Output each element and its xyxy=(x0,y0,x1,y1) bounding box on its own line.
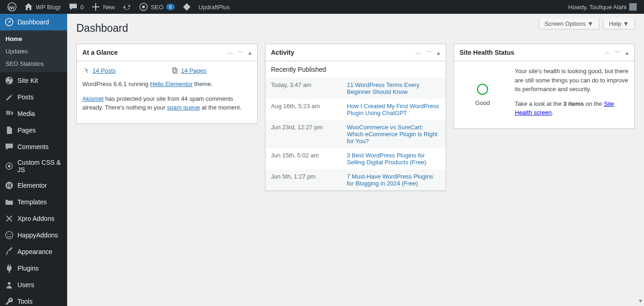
svg-point-4 xyxy=(9,22,10,23)
svg-rect-9 xyxy=(9,184,11,185)
move-down-icon[interactable]: ﹀ xyxy=(426,47,433,58)
health-desc: Your site's health is looking good, but … xyxy=(515,67,629,94)
cache-icon[interactable] xyxy=(119,0,135,14)
menu-pages[interactable]: Pages xyxy=(0,122,67,139)
activity-item: Today, 3:47 am11 WordPress Terms Every B… xyxy=(265,78,446,99)
move-up-icon[interactable]: ︿ xyxy=(415,47,423,58)
move-up-icon[interactable]: ︿ xyxy=(604,47,611,58)
widget-at-a-glance: At a Glance ︿ ﹀ ▴ 14 Posts 14 Pages Word… xyxy=(76,44,258,124)
menu-templates[interactable]: Templates xyxy=(0,194,67,210)
seo-menu[interactable]: SEO6 xyxy=(135,0,178,14)
help-button[interactable]: Help ▼ xyxy=(603,18,635,29)
menu-appearance[interactable]: Appearance xyxy=(0,243,67,260)
comments-bubble[interactable]: 0 xyxy=(65,0,87,14)
howdy-text: Howdy, Toufique Alahi xyxy=(568,4,627,11)
menu-tools[interactable]: Tools xyxy=(0,293,67,306)
pages-count-link[interactable]: 14 Pages xyxy=(181,67,207,74)
svg-point-22 xyxy=(477,84,488,94)
activity-post-link[interactable]: 3 Best WordPress Plugins for Selling Dig… xyxy=(347,152,426,166)
activity-item: Aug 16th, 5:23 amHow I Created My First … xyxy=(265,99,446,120)
akismet-text: Akismet has protected your site from 44 … xyxy=(82,94,252,112)
wp-version-text: WordPress 6.6.1 running Hello Elementor … xyxy=(82,80,252,89)
health-title: Site Health Status xyxy=(454,44,520,61)
health-items-text: Take a look at the 3 items on the Site H… xyxy=(515,99,629,117)
my-account[interactable]: Howdy, Toufique Alahi xyxy=(564,0,640,14)
svg-point-15 xyxy=(8,282,11,285)
toggle-icon[interactable]: ▴ xyxy=(625,47,630,58)
menu-dashboard[interactable]: Dashboard xyxy=(0,14,67,30)
dashboard-submenu: Home Updates SEO Statistics xyxy=(0,30,67,72)
seo-count-badge: 6 xyxy=(166,4,174,10)
move-up-icon[interactable]: ︿ xyxy=(226,47,234,58)
menu-happy[interactable]: HappyAddons xyxy=(0,227,67,243)
activity-post-link[interactable]: 11 WordPress Terms Every Beginner Should… xyxy=(347,81,420,95)
svg-point-13 xyxy=(7,234,8,235)
menu-sitekit[interactable]: Site Kit xyxy=(0,72,67,89)
activity-item: Jun 23rd, 12:27 pmWooCommerce vs SureCar… xyxy=(265,120,446,148)
activity-post-link[interactable]: How I Created My First WordPress Plugin … xyxy=(347,103,439,116)
menu-posts[interactable]: Posts xyxy=(0,89,67,105)
health-circle-icon xyxy=(476,83,489,96)
activity-post-link[interactable]: WooCommerce vs SureCart: Which eCommerce… xyxy=(347,124,437,144)
health-gauge: Good xyxy=(460,67,506,123)
menu-users[interactable]: Users xyxy=(0,277,67,293)
pages-icon xyxy=(171,67,178,74)
posts-count-link[interactable]: 14 Posts xyxy=(92,67,116,74)
akismet-link[interactable]: Akismet xyxy=(82,95,104,102)
menu-customcss[interactable]: Custom CSS & JS xyxy=(0,155,67,177)
updraftplus-menu[interactable]: UpdraftPlus xyxy=(195,0,234,14)
toggle-icon[interactable]: ▴ xyxy=(436,47,441,58)
widget-activity: Activity ︿ ﹀ ▴ Recently Published Today,… xyxy=(265,44,446,191)
activity-post-link[interactable]: 7 Must-Have WordPress Plugins for Bloggi… xyxy=(347,173,433,187)
move-down-icon[interactable]: ﹀ xyxy=(237,47,245,58)
menu-comments[interactable]: Comments xyxy=(0,139,67,155)
submenu-seostats[interactable]: SEO Statistics xyxy=(0,58,67,70)
diamond-icon[interactable] xyxy=(178,0,195,14)
activity-item: Jun 5th, 1:27 pm7 Must-Have WordPress Pl… xyxy=(265,169,446,191)
recently-published-heading: Recently Published xyxy=(265,61,446,78)
svg-point-12 xyxy=(6,231,13,239)
svg-rect-10 xyxy=(9,185,11,186)
svg-rect-8 xyxy=(7,184,8,187)
recent-posts-list: Today, 3:47 am11 WordPress Terms Every B… xyxy=(265,78,446,191)
avatar xyxy=(629,3,637,11)
menu-media[interactable]: Media xyxy=(0,105,67,122)
health-status-label: Good xyxy=(475,99,490,106)
svg-point-14 xyxy=(10,234,11,235)
pin-icon xyxy=(82,67,90,74)
collapse-corner-icon[interactable]: ▾ xyxy=(639,297,642,304)
menu-xpro[interactable]: Xpro Addons xyxy=(0,210,67,227)
menu-plugins[interactable]: Plugins xyxy=(0,260,67,277)
svg-point-6 xyxy=(8,165,11,167)
widget-site-health: Site Health Status ︿ ﹀ ▴ Good Your site'… xyxy=(454,44,635,129)
new-content[interactable]: New xyxy=(87,0,119,14)
site-name[interactable]: WP Blogr xyxy=(20,0,65,14)
spam-queue-link[interactable]: spam queue xyxy=(167,104,200,111)
svg-point-2 xyxy=(142,6,145,8)
screen-options-button[interactable]: Screen Options ▼ xyxy=(539,18,599,29)
submenu-home[interactable]: Home xyxy=(0,33,67,45)
move-down-icon[interactable]: ﹀ xyxy=(614,47,622,58)
activity-title: Activity xyxy=(265,44,300,61)
activity-item: Jun 15th, 5:02 am3 Best WordPress Plugin… xyxy=(265,148,446,169)
menu-elementor[interactable]: Elementor xyxy=(0,177,67,194)
wp-logo[interactable] xyxy=(4,0,20,14)
svg-rect-11 xyxy=(9,186,11,187)
glance-title: At a Glance xyxy=(77,44,123,61)
toggle-icon[interactable]: ▴ xyxy=(247,47,253,58)
submenu-updates[interactable]: Updates xyxy=(0,45,67,58)
theme-link[interactable]: Hello Elementor xyxy=(150,81,193,87)
